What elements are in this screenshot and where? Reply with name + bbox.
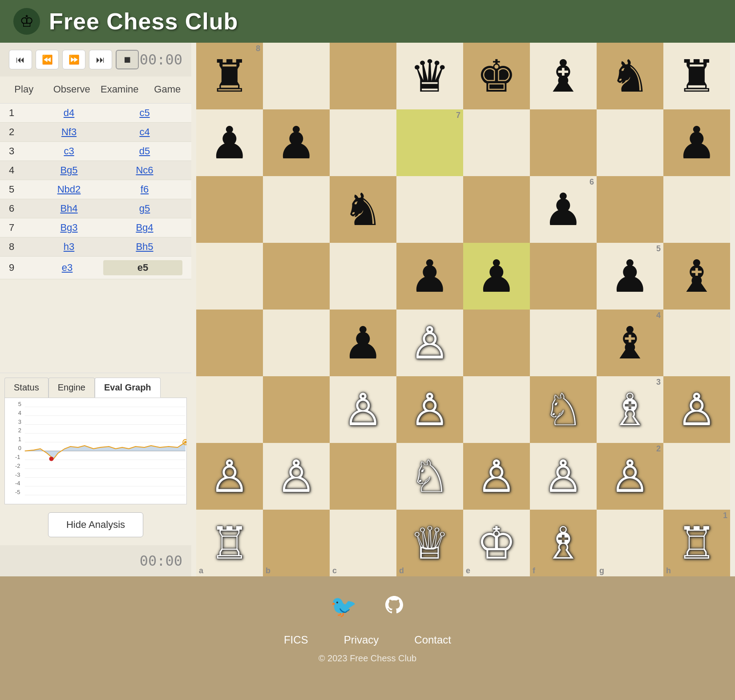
move-number: 6 [9,203,31,214]
move-number: 7 [9,222,31,233]
tab-engine[interactable]: Engine [48,378,95,398]
nav-tabs: Play Observe Examine Game [0,76,191,104]
square-b5 [263,243,330,310]
move-black[interactable]: g5 [107,203,182,214]
footer-link-fics[interactable]: FICS [284,634,308,646]
svg-text:-3: -3 [15,471,20,478]
analysis-tabs: Status Engine Eval Graph [0,373,191,398]
square-e5: ♟ [463,243,530,310]
move-white[interactable]: h3 [31,241,107,253]
table-row: 5 Nbd2 f6 [0,180,191,199]
square-g1: g [597,510,663,576]
github-icon[interactable] [384,594,405,620]
table-row: 7 Bg3 Bg4 [0,218,191,237]
svg-text:5: 5 [18,401,21,407]
move-white[interactable]: e3 [31,262,103,274]
square-a8: 8♜ [196,43,263,109]
tab-examine[interactable]: Examine [96,76,144,103]
svg-text:-4: -4 [15,480,20,487]
square-e7 [463,109,530,176]
timer-top: 00:00 [140,51,182,68]
square-g5: ♟5 [597,243,663,310]
move-black[interactable]: d5 [107,145,182,157]
piece-black-pawn-h: ♟ [677,121,717,165]
piece-white-pawn-b2: ♙ [276,454,316,499]
last-move-button[interactable]: ⏭ [89,50,112,69]
move-black[interactable]: Bh5 [107,241,182,253]
piece-black-knight-c: ♞ [343,187,383,232]
square-d1: d♕ [396,510,463,576]
piece-black-bishop: ♝ [543,54,583,98]
tab-play[interactable]: Play [0,76,48,103]
move-white[interactable]: Nf3 [31,126,107,138]
move-number: 4 [9,165,31,176]
square-e1: e♔ [463,510,530,576]
eval-graph: 5 4 3 2 1 0 -1 -2 -3 -4 -5 [4,398,187,504]
move-black[interactable]: Bg4 [107,222,182,233]
square-b2: ♙ [263,443,330,510]
tab-game[interactable]: Game [144,76,192,103]
move-black[interactable]: c4 [107,126,182,138]
move-black[interactable]: Nc6 [107,165,182,176]
piece-white-rook-h: ♖ [677,521,717,565]
main-content: ⏮ ⏪ ⏩ ⏭ ⏹ 00:00 Play Observe Examine Gam… [0,43,735,576]
square-d8: ♛ [396,43,463,109]
square-h8: ♜ [663,43,730,109]
piece-black-bishop-g4: ♝ [610,321,650,365]
square-c4: ♟ [330,310,396,376]
piece-white-pawn-f2: ♙ [543,454,583,499]
prev-move-button[interactable]: ⏪ [36,50,59,69]
square-h2 [663,443,730,510]
square-g7 [597,109,663,176]
square-e3 [463,376,530,443]
square-c5 [330,243,396,310]
square-g6 [597,176,663,243]
twitter-icon[interactable]: 🐦 [330,594,357,620]
timer-bottom-bar: 00:00 [0,545,191,576]
piece-white-knight-d2: ♘ [410,454,450,499]
tab-eval-graph[interactable]: Eval Graph [95,378,161,398]
square-e8: ♚ [463,43,530,109]
square-c2 [330,443,396,510]
svg-text:-2: -2 [15,463,20,469]
footer-link-contact[interactable]: Contact [414,634,451,646]
next-move-button[interactable]: ⏩ [62,50,85,69]
tab-status[interactable]: Status [4,378,48,398]
chess-board: 8♜ ♛ ♚ ♝ ♞ ♜ ♟ ♟ 7 ♟ [196,43,730,576]
piece-white-pawn-c3: ♙ [343,387,383,432]
svg-point-24 [49,457,54,461]
move-number: 9 [9,262,31,274]
move-number: 8 [9,241,31,253]
move-white[interactable]: Nbd2 [31,184,107,195]
svg-text:-5: -5 [15,489,20,495]
piece-black-pawn-g5: ♟ [610,254,650,298]
move-white[interactable]: Bg3 [31,222,107,233]
move-black[interactable]: f6 [107,184,182,195]
move-black[interactable]: c5 [107,107,182,119]
square-f5 [530,243,597,310]
square-a4 [196,310,263,376]
move-black-highlighted[interactable]: e5 [103,260,182,275]
first-move-button[interactable]: ⏮ [9,50,32,69]
svg-text:2: 2 [18,427,21,434]
piece-black-queen: ♛ [410,54,450,98]
move-white[interactable]: c3 [31,145,107,157]
move-number: 1 [9,107,31,119]
square-d6 [396,176,463,243]
move-white[interactable]: Bg5 [31,165,107,176]
tab-observe[interactable]: Observe [48,76,96,103]
hide-analysis-button[interactable]: Hide Analysis [48,512,143,537]
piece-white-bishop-g3: ♗ [610,387,650,432]
move-white[interactable]: d4 [31,107,107,119]
stop-button[interactable]: ⏹ [116,50,139,69]
table-row: 6 Bh4 g5 [0,199,191,218]
square-d4: ♙ [396,310,463,376]
move-white[interactable]: Bh4 [31,203,107,214]
social-icons: 🐦 [9,594,726,620]
square-a5 [196,243,263,310]
piece-black-rook-h: ♜ [677,54,717,98]
svg-text:4: 4 [18,410,21,416]
board-area: 8♜ ♛ ♚ ♝ ♞ ♜ ♟ ♟ 7 ♟ [191,43,735,576]
square-h7: ♟ [663,109,730,176]
footer-link-privacy[interactable]: Privacy [344,634,379,646]
